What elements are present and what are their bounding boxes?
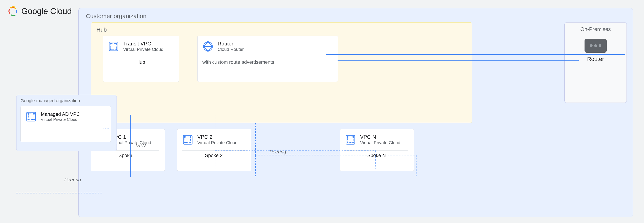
router-dot-3 bbox=[598, 44, 602, 47]
svg-rect-36 bbox=[28, 114, 34, 119]
vpcn-bottom-label: Spoke N bbox=[345, 153, 408, 158]
managed-ad-card: Managed AD VPC Virtual Private Cloud bbox=[20, 106, 111, 142]
transit-vpc-icon bbox=[108, 41, 119, 52]
router-dot-1 bbox=[590, 44, 592, 47]
vpn-label: VPN bbox=[136, 143, 146, 149]
peering-label-1: Peering bbox=[270, 149, 286, 155]
svg-rect-30 bbox=[348, 137, 353, 143]
svg-point-40 bbox=[33, 119, 35, 120]
hub-label: Hub bbox=[96, 27, 107, 33]
router-device-icon bbox=[584, 39, 607, 53]
svg-point-2 bbox=[110, 43, 112, 45]
google-cloud-logo bbox=[8, 6, 18, 17]
svg-point-13 bbox=[207, 41, 209, 43]
svg-point-37 bbox=[28, 113, 29, 115]
vpcn-card: VPC N Virtual Private Cloud Spoke N bbox=[340, 129, 414, 171]
vpcn-subtitle: Virtual Private Cloud bbox=[360, 140, 400, 145]
svg-point-26 bbox=[190, 136, 191, 138]
on-premises-label: On-Premises bbox=[580, 26, 611, 32]
cloud-router-icon bbox=[202, 41, 214, 52]
cloud-router-title: Router bbox=[218, 41, 244, 47]
on-premises-box: On-Premises Router bbox=[564, 22, 627, 103]
transit-vpc-title: Transit VPC bbox=[123, 41, 163, 47]
vpc2-subtitle: Virtual Private Cloud bbox=[197, 140, 238, 145]
cloud-router-card: Router Cloud Router with custom route ad… bbox=[197, 36, 338, 82]
transit-vpc-card: Transit VPC Virtual Private Cloud Hub bbox=[103, 36, 179, 82]
vpc2-card: VPC 2 Virtual Private Cloud Spoke 2 bbox=[177, 129, 251, 171]
transit-vpc-subtitle: Virtual Private Cloud bbox=[123, 47, 163, 52]
svg-point-39 bbox=[28, 119, 29, 120]
vpc1-title: VPC 1 bbox=[111, 134, 151, 140]
svg-point-28 bbox=[190, 142, 191, 143]
peering-label-2: Peering bbox=[64, 177, 81, 183]
managed-ad-title: Managed AD VPC bbox=[41, 111, 80, 117]
vpcn-icon bbox=[345, 134, 356, 145]
customer-org-box: Customer organization Hub bbox=[78, 8, 633, 217]
svg-rect-1 bbox=[111, 44, 116, 49]
svg-point-16 bbox=[203, 46, 204, 47]
vpc2-bottom-label: Spoke 2 bbox=[182, 153, 246, 158]
svg-point-3 bbox=[116, 43, 117, 45]
customer-org-label: Customer organization bbox=[86, 13, 146, 20]
hub-box: Hub Transit VPC Virtual Privat bbox=[90, 22, 472, 123]
svg-point-31 bbox=[347, 136, 348, 138]
svg-point-4 bbox=[110, 49, 112, 50]
cloud-router-description: with custom route advertisements bbox=[202, 59, 332, 65]
svg-point-38 bbox=[33, 113, 35, 115]
vpc1-bottom-label: Spoke 1 bbox=[96, 153, 159, 158]
svg-point-15 bbox=[207, 50, 209, 52]
diagram: Google Cloud Customer organization Hub bbox=[0, 0, 644, 223]
header: Google Cloud bbox=[8, 6, 72, 17]
google-managed-label: Google-managed organization bbox=[20, 98, 80, 103]
svg-point-25 bbox=[184, 136, 186, 138]
vpc2-title: VPC 2 bbox=[197, 134, 238, 140]
svg-point-34 bbox=[352, 142, 354, 143]
svg-point-33 bbox=[347, 142, 348, 143]
router-dot-2 bbox=[594, 44, 597, 47]
header-title: Google Cloud bbox=[21, 7, 72, 16]
on-premises-router: Router bbox=[584, 39, 607, 62]
svg-point-14 bbox=[212, 46, 213, 47]
vpcn-title: VPC N bbox=[360, 134, 400, 140]
svg-point-32 bbox=[352, 136, 354, 138]
managed-ad-subtitle: Virtual Private Cloud bbox=[41, 117, 80, 122]
transit-vpc-bottom-label: Hub bbox=[108, 59, 174, 65]
vpc2-icon bbox=[182, 134, 193, 145]
on-premises-router-label: Router bbox=[587, 56, 604, 62]
managed-ad-icon bbox=[26, 111, 37, 122]
svg-rect-24 bbox=[185, 137, 190, 143]
svg-point-27 bbox=[184, 142, 186, 143]
cloud-router-subtitle: Cloud Router bbox=[218, 47, 244, 52]
svg-point-5 bbox=[116, 49, 117, 50]
google-managed-box: Google-managed organization Managed AD V… bbox=[16, 95, 117, 151]
